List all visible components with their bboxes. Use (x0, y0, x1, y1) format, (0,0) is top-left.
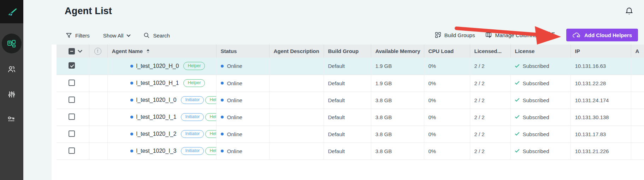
agent-name[interactable]: l_test_1020_I_0 (136, 97, 177, 103)
build-groups-button[interactable]: Build Groups (435, 32, 475, 38)
app-logo[interactable] (0, 0, 23, 23)
description-cell (269, 126, 324, 143)
license-check-icon (515, 63, 519, 68)
memory-cell: 1.9 GB (371, 58, 424, 75)
ip-cell: 10.131.21.226 (571, 143, 631, 159)
licensed-cell: 2 / 2 (470, 75, 510, 92)
license-label: Subscribed (523, 63, 549, 69)
filter-funnel-icon (66, 32, 72, 39)
build-group-cell: Default (324, 126, 371, 143)
table-row[interactable]: l_test_1020_I_1 InitiatorHelper Online D… (57, 109, 644, 126)
status-dot (221, 82, 224, 85)
cutoff-cell (631, 58, 644, 75)
add-cloud-helpers-label: Add Cloud Helpers (584, 32, 632, 38)
license-label: Subscribed (523, 80, 549, 86)
search-icon (143, 32, 150, 39)
license-check-icon (515, 97, 519, 102)
table-row[interactable]: l_test_1020_H_1 Helper Online Default 1.… (57, 75, 644, 92)
agent-table: ! Agent Name Status Agent Description (57, 45, 644, 160)
table-row[interactable]: l_test_1020_H_0 Helper Online Default 1.… (57, 58, 644, 75)
info-cell (89, 109, 107, 126)
select-all-checkbox[interactable] (69, 48, 75, 54)
table-row[interactable]: l_test_1020_I_0 InitiatorHelper Online D… (57, 92, 644, 109)
status-dot (221, 133, 224, 135)
column-header-build-group: Build Group (324, 45, 371, 58)
licensed-cell: 2 / 2 (470, 143, 510, 159)
agent-dot (130, 65, 133, 68)
filters-button[interactable]: Filters (66, 32, 90, 39)
agent-name[interactable]: l_test_1020_I_3 (136, 148, 177, 154)
build-groups-label: Build Groups (444, 32, 475, 38)
agent-dot (130, 133, 133, 135)
cpu-cell: 0% (424, 126, 470, 143)
table-row[interactable]: l_test_1020_I_2 InitiatorHelper Online D… (57, 126, 644, 143)
column-header-licensed: Licensed... (470, 45, 510, 58)
agent-name[interactable]: l_test_1020_H_1 (136, 80, 179, 86)
agent-name[interactable]: l_test_1020_I_1 (136, 114, 177, 120)
sidebar-item-license[interactable] (7, 115, 16, 124)
sidebar-item-users[interactable] (7, 65, 16, 74)
agents-icon (7, 39, 17, 48)
row-checkbox[interactable] (69, 80, 75, 86)
ip-cell: 10.131.22.28 (571, 75, 631, 92)
description-cell (269, 58, 324, 75)
status-dot (221, 65, 224, 68)
cpu-cell: 0% (424, 75, 470, 92)
agent-table-body: l_test_1020_H_0 Helper Online Default 1.… (57, 58, 644, 159)
licensed-cell: 2 / 2 (470, 58, 510, 75)
build-group-cell: Default (324, 109, 371, 126)
badge-list: Helper (182, 62, 205, 70)
memory-cell: 3.8 GB (371, 126, 424, 143)
info-icon: ! (94, 48, 101, 55)
column-header-status: Status (216, 45, 269, 58)
filters-label: Filters (75, 33, 90, 39)
cpu-cell: 0% (424, 109, 470, 126)
status-dot (221, 116, 224, 118)
badge-list: InitiatorHelper (179, 96, 216, 104)
description-cell (269, 109, 324, 126)
page-title: Agent List (65, 6, 112, 17)
cutoff-cell (631, 75, 644, 92)
helper-badge: Helper (183, 79, 205, 87)
helper-badge: Helper (205, 96, 216, 104)
status-dot (221, 99, 224, 101)
agent-name[interactable]: l_test_1020_I_2 (136, 131, 177, 137)
sort-icon[interactable] (147, 49, 149, 53)
row-checkbox[interactable] (69, 130, 75, 137)
memory-cell: 3.8 GB (371, 143, 424, 159)
row-checkbox[interactable] (69, 62, 75, 69)
helper-badge: Helper (205, 113, 216, 121)
sidebar-item-settings[interactable] (7, 90, 16, 99)
initiator-badge: Initiator (181, 147, 204, 155)
selection-menu-chevron-icon[interactable] (78, 48, 82, 53)
sidebar-item-agents[interactable] (2, 34, 22, 53)
agent-name[interactable]: l_test_1020_H_0 (136, 63, 179, 69)
manage-columns-button[interactable]: Manage Columns (485, 32, 537, 38)
cpu-cell: 0% (424, 92, 470, 109)
manage-columns-icon (485, 32, 492, 38)
cloud-plus-icon (572, 32, 581, 38)
table-row[interactable]: l_test_1020_I_3 InitiatorHelper Online D… (57, 143, 644, 159)
status-label: Online (227, 148, 242, 154)
license-check-icon (515, 80, 519, 85)
search-button[interactable]: Search (143, 32, 170, 39)
row-checkbox[interactable] (69, 97, 75, 103)
chevron-down-icon (127, 33, 131, 37)
row-checkbox[interactable] (69, 114, 75, 120)
license-check-icon (515, 131, 519, 136)
build-group-cell: Default (324, 75, 371, 92)
build-group-cell: Default (324, 92, 371, 109)
memory-cell: 3.8 GB (371, 92, 424, 109)
agent-table-card: ! Agent Name Status Agent Description (52, 45, 644, 180)
column-header-agent-name[interactable]: Agent Name (107, 45, 216, 58)
row-checkbox[interactable] (69, 147, 75, 154)
row-height-icon[interactable] (547, 31, 556, 39)
show-all-dropdown[interactable]: Show All (103, 33, 130, 39)
info-cell (89, 143, 107, 159)
add-cloud-helpers-button[interactable]: Add Cloud Helpers (566, 29, 638, 41)
status-label: Online (227, 114, 242, 120)
initiator-badge: Initiator (181, 130, 204, 138)
memory-cell: 3.8 GB (371, 109, 424, 126)
helper-badge: Helper (183, 62, 205, 70)
bell-icon[interactable] (625, 7, 634, 16)
